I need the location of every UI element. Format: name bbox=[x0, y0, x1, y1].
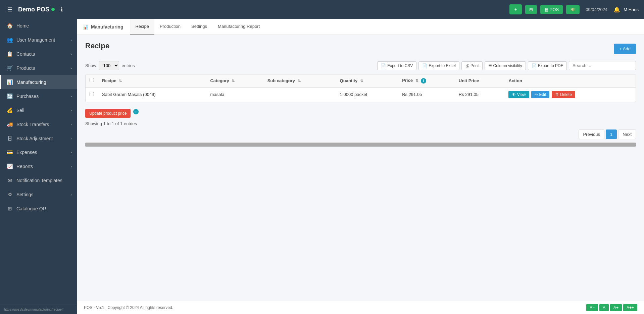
controls-right: 📄 Export to CSV 📄 Export to Excel 🖨 Prin… bbox=[377, 61, 636, 70]
sort-quantity-icon[interactable]: ⇅ bbox=[360, 79, 363, 83]
delete-button[interactable]: 🗑 Delete bbox=[552, 91, 575, 98]
sidebar-item-manufacturing[interactable]: 📊 Manufacturing bbox=[0, 75, 77, 89]
page-1-button[interactable]: 1 bbox=[606, 129, 617, 139]
next-button[interactable]: Next bbox=[618, 129, 636, 139]
sidebar-item-settings[interactable]: ⚙ Settings › bbox=[0, 188, 77, 202]
sidebar-item-user-management[interactable]: 👥 User Management › bbox=[0, 33, 77, 47]
export-csv-button[interactable]: 📄 Export to CSV bbox=[377, 61, 416, 70]
show-entries-select[interactable]: 100 25 50 bbox=[99, 61, 119, 70]
sidebar-item-label: Manufacturing bbox=[16, 80, 46, 85]
chevron-right-icon: › bbox=[70, 108, 72, 112]
print-button[interactable]: 🖨 Print bbox=[461, 61, 483, 70]
top-add-button[interactable]: ＋ bbox=[509, 4, 522, 14]
sidebar-item-expenses[interactable]: 💳 Expenses › bbox=[0, 145, 77, 159]
row-category: masala bbox=[206, 87, 263, 102]
pdf-icon: 📄 bbox=[532, 63, 537, 68]
sidebar-item-label: Expenses bbox=[16, 150, 37, 155]
sidebar-item-stock-transfers[interactable]: 🚚 Stock Transfers › bbox=[0, 117, 77, 132]
eye-icon: 👁 bbox=[512, 92, 516, 97]
stock-transfers-icon: 🚚 bbox=[6, 121, 13, 127]
notification-icon: ✉ bbox=[6, 177, 13, 184]
font-increase-button[interactable]: A+ bbox=[610, 304, 622, 311]
select-all-checkbox[interactable] bbox=[90, 78, 94, 82]
previous-button[interactable]: Previous bbox=[579, 129, 604, 139]
sort-subcategory-icon[interactable]: ⇅ bbox=[298, 79, 301, 83]
stock-adjustment-icon: 🗄 bbox=[6, 136, 13, 141]
chevron-right-icon: › bbox=[70, 52, 72, 56]
select-all-header bbox=[86, 74, 98, 87]
price-info-icon[interactable]: i bbox=[421, 78, 426, 84]
tab-production[interactable]: Production bbox=[154, 19, 186, 35]
edit-button[interactable]: ✏ Edit bbox=[531, 91, 549, 98]
tab-production-label: Production bbox=[160, 24, 181, 29]
contacts-icon: 📋 bbox=[6, 51, 13, 57]
grid-icon: ⊞ bbox=[529, 7, 533, 12]
row-actions: 👁 View ✏ Edit 🗑 Delete bbox=[504, 87, 636, 102]
module-name: Manufacturing bbox=[91, 24, 123, 30]
tab-settings[interactable]: Settings bbox=[186, 19, 212, 35]
chevron-right-icon: › bbox=[70, 94, 72, 98]
sidebar: 🏠 Home 👥 User Management › 📋 Contacts › … bbox=[0, 19, 77, 314]
tab-manufacturing-report[interactable]: Manufacturing Report bbox=[212, 19, 265, 35]
table-row: Sabit Garam Masala (0049) masala 1.0000 … bbox=[86, 87, 636, 102]
top-grid-button[interactable]: ⊞ bbox=[525, 5, 537, 14]
row-checkbox[interactable] bbox=[90, 92, 94, 96]
sidebar-item-label: Contacts bbox=[16, 51, 35, 57]
sidebar-item-contacts[interactable]: 📋 Contacts › bbox=[0, 47, 77, 61]
brand-dot bbox=[51, 8, 55, 11]
export-pdf-button[interactable]: 📄 Export to PDF bbox=[528, 61, 567, 70]
menu-toggle-button[interactable]: ☰ bbox=[5, 5, 14, 14]
sidebar-item-catalogue-qr[interactable]: ⊞ Catalogue QR bbox=[0, 202, 77, 216]
sidebar-item-stock-adjustment[interactable]: 🗄 Stock Adjustment › bbox=[0, 132, 77, 145]
pagination: Previous 1 Next bbox=[85, 129, 636, 139]
view-button[interactable]: 👁 View bbox=[508, 91, 529, 98]
update-product-price-button[interactable]: Update product price bbox=[85, 109, 131, 118]
tab-recipe[interactable]: Recipe bbox=[130, 19, 154, 35]
table-header: Recipe ⇅ Category ⇅ Sub category ⇅ bbox=[86, 74, 636, 87]
tab-bar: 📊 Manufacturing Recipe Production Settin… bbox=[77, 19, 644, 35]
recipe-table: Recipe ⇅ Category ⇅ Sub category ⇅ bbox=[85, 74, 636, 102]
sidebar-item-notification-templates[interactable]: ✉ Notification Templates bbox=[0, 173, 77, 188]
table: Recipe ⇅ Category ⇅ Sub category ⇅ bbox=[86, 74, 636, 102]
font-normal-button[interactable]: A bbox=[599, 304, 609, 311]
sidebar-item-purchases[interactable]: 🔄 Purchases › bbox=[0, 89, 77, 103]
chevron-right-icon: › bbox=[70, 137, 72, 141]
sidebar-item-products[interactable]: 🛒 Products › bbox=[0, 61, 77, 75]
expenses-icon: 💳 bbox=[6, 149, 13, 155]
add-recipe-button[interactable]: + Add bbox=[614, 44, 636, 54]
export-excel-button[interactable]: 📄 Export to Excel bbox=[418, 61, 459, 70]
pos-button[interactable]: ▦ POS bbox=[540, 5, 563, 14]
font-decrease-button[interactable]: A− bbox=[586, 304, 598, 311]
update-price-info-icon[interactable]: i bbox=[133, 109, 139, 114]
products-icon: 🛒 bbox=[6, 65, 13, 71]
column-visibility-button[interactable]: ☰ Column visibility bbox=[485, 61, 526, 70]
sort-recipe-icon[interactable]: ⇅ bbox=[119, 79, 122, 83]
user-management-icon: 👥 bbox=[6, 37, 13, 43]
col-subcategory: Sub category ⇅ bbox=[263, 74, 336, 87]
sort-price-icon[interactable]: ⇅ bbox=[415, 78, 418, 83]
layout: 🏠 Home 👥 User Management › 📋 Contacts › … bbox=[0, 19, 644, 314]
footer: POS - V5.1 | Copyright © 2024 All rights… bbox=[77, 301, 644, 314]
col-category: Category ⇅ bbox=[206, 74, 263, 87]
csv-icon: 📄 bbox=[381, 63, 386, 68]
sidebar-url: https://posv5.dev/manufacturing/recipe# bbox=[0, 305, 77, 314]
col-quantity: Quantity ⇅ bbox=[336, 74, 398, 87]
search-input[interactable] bbox=[569, 61, 636, 70]
sidebar-item-home[interactable]: 🏠 Home bbox=[0, 19, 77, 33]
trash-icon: 🗑 bbox=[555, 92, 559, 97]
reports-icon: 📈 bbox=[6, 163, 13, 169]
font-large-button[interactable]: A++ bbox=[623, 304, 637, 311]
notification-bell-icon[interactable]: 🔔 bbox=[613, 6, 620, 13]
sort-category-icon[interactable]: ⇅ bbox=[232, 79, 235, 83]
row-unit-price: Rs 291.05 bbox=[455, 87, 505, 102]
navbar-date: 09/04/2024 bbox=[586, 7, 607, 12]
info-button[interactable]: ℹ bbox=[59, 5, 65, 14]
chevron-right-icon: › bbox=[70, 193, 72, 197]
money-button[interactable]: 💵 bbox=[566, 5, 580, 14]
top-add-icon: ＋ bbox=[513, 6, 518, 12]
manufacturing-icon: 📊 bbox=[6, 79, 13, 85]
sidebar-item-reports[interactable]: 📈 Reports › bbox=[0, 159, 77, 173]
brand-logo: Demo POS bbox=[18, 6, 55, 13]
sidebar-item-sell[interactable]: 💰 Sell › bbox=[0, 103, 77, 117]
columns-icon: ☰ bbox=[488, 63, 492, 68]
